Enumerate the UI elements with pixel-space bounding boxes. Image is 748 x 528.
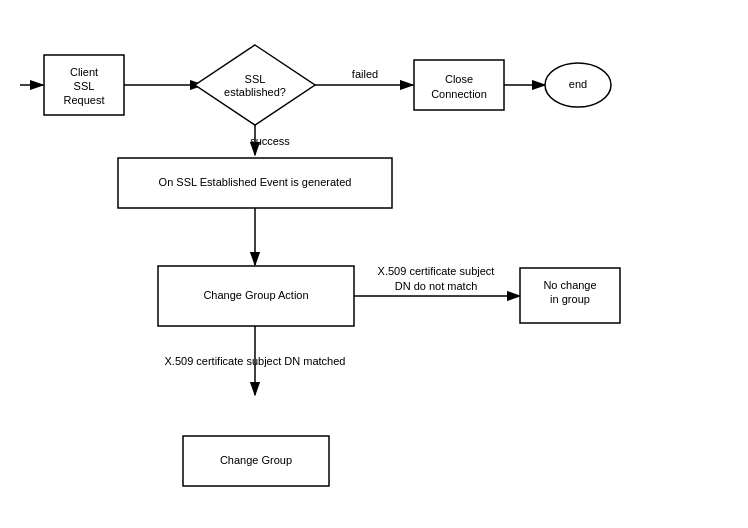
success-label: success: [250, 135, 290, 147]
dn-matched-label: X.509 certificate subject DN matched: [165, 355, 346, 367]
no-change-label1: No change: [543, 279, 596, 291]
dn-no-match-label2: DN do not match: [395, 280, 478, 292]
ssl-decision-label2: established?: [224, 86, 286, 98]
end-label: end: [569, 78, 587, 90]
close-connection-box: [414, 60, 504, 110]
change-group-action-label: Change Group Action: [203, 289, 308, 301]
flowchart-svg: Client SSL Request SSL established? fail…: [0, 0, 748, 528]
ssl-event-label: On SSL Established Event is generated: [159, 176, 352, 188]
close-connection-label2: Connection: [431, 88, 487, 100]
client-ssl-label3: Request: [64, 94, 105, 106]
dn-no-match-label1: X.509 certificate subject: [378, 265, 495, 277]
no-change-label2: in group: [550, 293, 590, 305]
failed-label: failed: [352, 68, 378, 80]
change-group-label: Change Group: [220, 454, 292, 466]
close-connection-label1: Close: [445, 73, 473, 85]
client-ssl-label2: SSL: [74, 80, 95, 92]
ssl-decision-label1: SSL: [245, 73, 266, 85]
client-ssl-label: Client: [70, 66, 98, 78]
flowchart-diagram: Client SSL Request SSL established? fail…: [0, 0, 748, 528]
